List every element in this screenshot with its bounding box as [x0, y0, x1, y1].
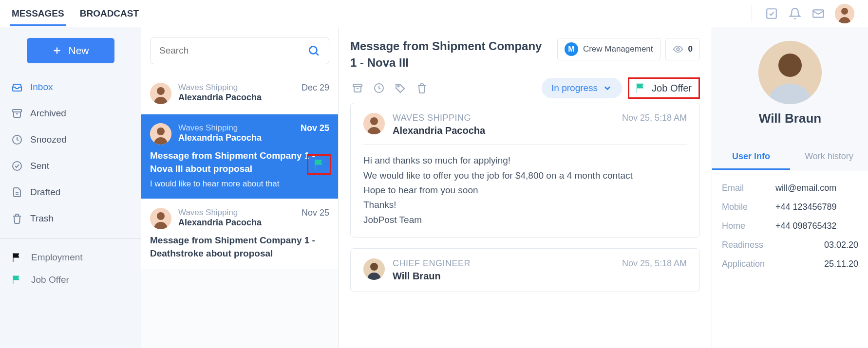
folder-label: Sent: [30, 161, 49, 171]
svg-rect-15: [353, 84, 362, 87]
tab-broadcast[interactable]: BROADCAST: [78, 1, 141, 26]
folder-snoozed[interactable]: Snoozed: [6, 128, 135, 152]
message-flag-highlight: [307, 154, 331, 175]
bell-icon[interactable]: [788, 7, 802, 20]
thread-title: Message from Shipment Company 1 - Nova I…: [350, 38, 547, 71]
message-list: Waves Shipping Alexandria Pacocha Dec 29…: [141, 27, 339, 348]
sent-icon: [11, 160, 23, 172]
info-key-readiness: Readiness: [722, 240, 763, 250]
info-val-mobile: +44 123456789: [775, 202, 858, 212]
clock-icon: [11, 133, 23, 146]
folder-label: Inbox: [30, 82, 53, 92]
sender-avatar: [150, 83, 171, 104]
svg-point-14: [677, 48, 679, 51]
message-subject: Message from Shipment Company 1 - Deaths…: [150, 234, 329, 260]
checkbox-icon[interactable]: [765, 7, 778, 20]
info-val-application: 25.11.20: [824, 259, 858, 269]
thread-date: Nov 25, 5:18 AM: [622, 113, 687, 123]
profile-pane: Will Braun User info Work history Emailw…: [712, 27, 868, 348]
dept-logo-icon: M: [565, 42, 578, 56]
snooze-button[interactable]: [372, 81, 386, 95]
svg-rect-4: [13, 110, 21, 112]
archive-button[interactable]: [350, 81, 365, 95]
tag-button[interactable]: [393, 81, 408, 95]
info-val-readiness: 03.02.20: [824, 240, 858, 250]
current-user-avatar[interactable]: [835, 4, 854, 23]
status-dropdown[interactable]: In progress: [542, 78, 622, 98]
svg-point-6: [13, 162, 21, 170]
folder-drafted[interactable]: Drafted: [6, 180, 135, 204]
new-button[interactable]: New: [27, 38, 114, 63]
message-subject: Message from Shipment Company 1 - Nova I…: [150, 149, 329, 175]
message-sender: Alexandria Pacocha: [178, 92, 295, 103]
search-field[interactable]: [150, 37, 329, 64]
folder-inbox[interactable]: Inbox: [6, 75, 135, 99]
status-label: In progress: [551, 83, 598, 93]
mail-icon[interactable]: [811, 7, 825, 20]
label-text: Job Offer: [31, 275, 69, 285]
message-date: Dec 29: [302, 83, 329, 93]
author-avatar: [363, 258, 385, 280]
sidebar: New Inbox Archived Snoozed Sent: [0, 27, 141, 348]
inbox-icon: [11, 81, 23, 93]
svg-rect-0: [767, 9, 776, 18]
info-val-email: will@email.com: [775, 183, 858, 193]
message-date: Nov 25: [302, 208, 329, 218]
folder-sent[interactable]: Sent: [6, 154, 135, 178]
search-icon: [307, 44, 320, 57]
svg-point-19: [370, 117, 378, 125]
message-company: Waves Shipping: [178, 83, 295, 92]
watchers-value: 0: [688, 44, 693, 54]
watchers-count[interactable]: 0: [665, 38, 700, 60]
label-job-offer[interactable]: Job Offer: [6, 269, 135, 291]
flag-icon: [11, 274, 22, 286]
folder-label: Drafted: [30, 187, 60, 198]
message-sender: Alexandria Pacocha: [178, 218, 295, 228]
info-key-application: Application: [722, 259, 765, 269]
svg-point-11: [157, 128, 165, 135]
sender-avatar: [150, 208, 171, 229]
search-input[interactable]: [159, 45, 307, 56]
draft-icon: [11, 186, 23, 199]
message-item[interactable]: Waves Shipping Alexandria Pacocha Nov 25…: [141, 114, 338, 199]
svg-point-3: [841, 8, 848, 15]
folder-label: Archived: [30, 108, 66, 119]
sender-avatar: [150, 123, 171, 145]
tab-messages[interactable]: MESSAGES: [10, 1, 66, 26]
thread-author: Will Braun: [393, 271, 614, 282]
context-dept-label: Crew Management: [583, 44, 653, 55]
profile-name: Will Braun: [759, 111, 821, 126]
tab-user-info[interactable]: User info: [712, 145, 790, 170]
profile-avatar: [758, 41, 822, 104]
thread-company: WAVES SHIPPING: [393, 113, 614, 123]
thread-label-text: Job Offer: [652, 83, 692, 94]
delete-button[interactable]: [415, 81, 429, 95]
new-button-label: New: [68, 45, 89, 56]
tab-work-history[interactable]: Work history: [790, 145, 868, 170]
message-item[interactable]: Waves Shipping Alexandria Pacocha Nov 25…: [141, 199, 338, 270]
archive-icon: [11, 107, 23, 120]
message-preview: I would like to hear more about that: [150, 179, 329, 189]
message-company: Waves Shipping: [178, 123, 294, 133]
thread-date: Nov 25, 5:18 AM: [622, 258, 687, 269]
label-employment[interactable]: Employment: [6, 247, 135, 268]
folder-archived[interactable]: Archived: [6, 101, 135, 126]
message-sender: Alexandria Pacocha: [178, 133, 294, 143]
folder-trash[interactable]: Trash: [6, 206, 135, 231]
thread-label-pill[interactable]: Job Offer: [628, 77, 700, 99]
message-date: Nov 25: [301, 123, 329, 133]
context-department[interactable]: M Crew Management: [557, 38, 660, 60]
flag-icon: [634, 82, 647, 94]
top-bar: MESSAGES BROADCAST: [0, 0, 868, 27]
svg-point-21: [370, 263, 378, 271]
svg-point-9: [157, 87, 165, 95]
thread-message: CHIEF ENGINEER Will Braun Nov 25, 5:18 A…: [350, 248, 700, 292]
reading-pane: Message from Shipment Company 1 - Nova I…: [339, 27, 868, 348]
folder-label: Trash: [30, 213, 54, 224]
message-item[interactable]: Waves Shipping Alexandria Pacocha Dec 29: [141, 74, 338, 114]
info-val-home: +44 098765432: [775, 221, 858, 231]
svg-point-23: [778, 54, 802, 77]
svg-point-17: [398, 86, 399, 87]
author-avatar: [363, 113, 385, 134]
thread-author: Alexandria Pacocha: [393, 125, 614, 136]
